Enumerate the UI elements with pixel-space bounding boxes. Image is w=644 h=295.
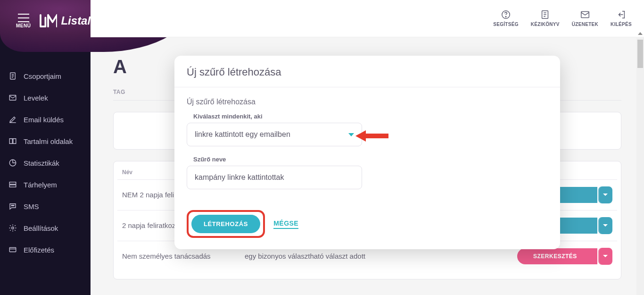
sidebar-item-label: Csoportjaim bbox=[24, 72, 61, 80]
sidebar-item-subscription[interactable]: Előfizetés bbox=[0, 239, 91, 261]
gear-icon bbox=[8, 224, 17, 232]
storage-icon bbox=[8, 180, 17, 189]
clipboard-icon bbox=[8, 72, 17, 80]
modal-subtitle: Új szűrő létrehozása bbox=[187, 98, 548, 106]
svg-rect-4 bbox=[9, 185, 16, 187]
svg-marker-14 bbox=[355, 130, 388, 142]
filter-type-select[interactable]: linkre kattintott egy emailben bbox=[187, 123, 362, 146]
field-filter-name: Szűrő neve bbox=[187, 156, 548, 189]
sidebar-header: MENÜ ListaMester bbox=[0, 0, 91, 42]
logo-mark-icon bbox=[39, 13, 57, 28]
modal-footer: LÉTREHOZÁS MÉGSE bbox=[174, 202, 560, 249]
select-value: linkre kattintott egy emailben bbox=[195, 130, 290, 139]
svg-rect-9 bbox=[9, 248, 16, 252]
credit-card-icon bbox=[8, 245, 17, 254]
sidebar-nav: Csoportjaim Levelek Email küldés Tartalm… bbox=[0, 65, 91, 261]
pie-chart-icon bbox=[8, 159, 17, 167]
svg-rect-3 bbox=[9, 182, 16, 185]
cancel-button[interactable]: MÉGSE bbox=[273, 219, 298, 229]
book-icon bbox=[8, 137, 17, 145]
sidebar-item-letters[interactable]: Levelek bbox=[0, 87, 91, 109]
envelope-icon bbox=[8, 93, 17, 102]
annotation-highlight-box: LÉTREHOZÁS bbox=[187, 210, 265, 238]
main: SEGÍTSÉG KÉZIKÖNYV ÜZENETEK KILÉPÉS Ahid… bbox=[91, 0, 644, 295]
sidebar-item-label: Statisztikák bbox=[24, 159, 59, 167]
modal-new-filter: Új szűrő létrehozása Új szűrő létrehozás… bbox=[174, 56, 560, 249]
sidebar-item-groups[interactable]: Csoportjaim bbox=[0, 65, 91, 87]
sidebar-item-sms[interactable]: SMS bbox=[0, 195, 91, 217]
sidebar-item-content-pages[interactable]: Tartalmi oldalak bbox=[0, 130, 91, 152]
sidebar-item-storage[interactable]: Tárhelyem bbox=[0, 174, 91, 195]
sidebar-item-settings[interactable]: Beállítások bbox=[0, 217, 91, 239]
filter-name-input[interactable] bbox=[187, 166, 362, 189]
hamburger-icon bbox=[18, 14, 29, 22]
svg-point-8 bbox=[12, 227, 14, 229]
chevron-down-icon bbox=[348, 133, 354, 136]
field-label: Kiválaszt mindenkit, aki bbox=[193, 113, 548, 120]
sidebar: MENÜ ListaMester Csoportjaim Levelek Ema… bbox=[0, 0, 91, 295]
sidebar-item-send-email[interactable]: Email küldés bbox=[0, 109, 91, 130]
menu-button-label: MENÜ bbox=[16, 23, 31, 28]
modal-title: Új szűrő létrehozása bbox=[174, 56, 560, 87]
field-label: Szűrő neve bbox=[193, 156, 548, 163]
chat-icon bbox=[8, 202, 17, 211]
pencil-icon bbox=[8, 115, 17, 124]
create-button[interactable]: LÉTREHOZÁS bbox=[191, 215, 260, 233]
annotation-arrow-icon bbox=[355, 128, 388, 145]
sidebar-item-label: SMS bbox=[24, 202, 39, 211]
svg-point-5 bbox=[11, 205, 12, 206]
sidebar-item-label: Előfizetés bbox=[24, 246, 54, 254]
sidebar-item-label: Levelek bbox=[24, 94, 48, 102]
svg-point-7 bbox=[14, 205, 15, 206]
svg-point-6 bbox=[12, 205, 13, 206]
sidebar-item-statistics[interactable]: Statisztikák bbox=[0, 152, 91, 174]
sidebar-item-label: Email küldés bbox=[24, 116, 64, 124]
sidebar-item-label: Beállítások bbox=[24, 224, 58, 232]
sidebar-item-label: Tárhelyem bbox=[24, 181, 57, 189]
menu-button[interactable]: MENÜ bbox=[16, 14, 31, 28]
sidebar-item-label: Tartalmi oldalak bbox=[24, 137, 73, 145]
